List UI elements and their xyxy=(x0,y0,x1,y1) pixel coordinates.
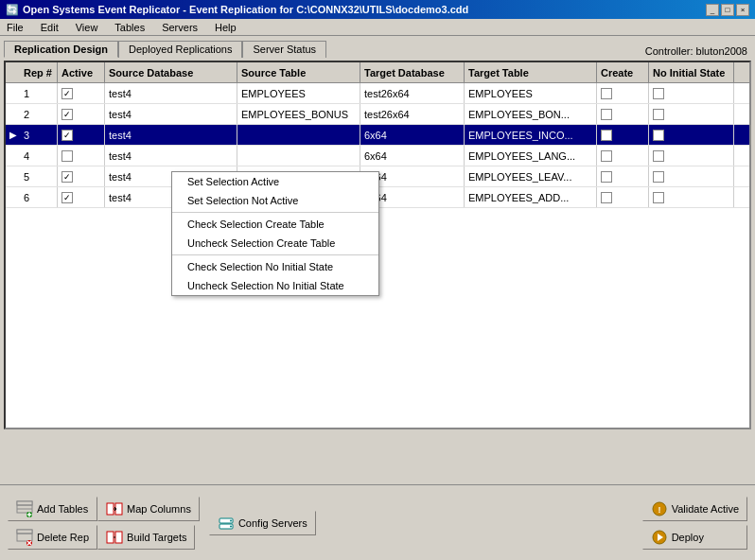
add-tables-icon xyxy=(16,500,33,517)
controller-value: bluton2008 xyxy=(696,45,747,57)
col-create-header: Create xyxy=(597,62,649,82)
context-item-set-active[interactable]: Set Selection Active xyxy=(172,172,378,191)
svg-rect-13 xyxy=(107,503,114,515)
svg-point-24 xyxy=(230,525,232,527)
svg-rect-14 xyxy=(115,503,122,515)
context-item-set-not-active[interactable]: Set Selection Not Active xyxy=(172,191,378,210)
menu-file[interactable]: File xyxy=(4,21,26,34)
add-tables-button[interactable]: Add Tables xyxy=(8,497,97,521)
validate-active-label: Validate Active xyxy=(672,503,739,515)
config-servers-button[interactable]: Config Servers xyxy=(209,511,316,535)
deploy-button[interactable]: Deploy xyxy=(642,525,747,550)
controller-label-text: Controller: xyxy=(645,45,694,57)
map-columns-icon xyxy=(106,500,123,517)
col-rep-header: Rep # xyxy=(20,62,58,82)
table-header: Rep # Active Source Database Source Tabl… xyxy=(6,62,749,83)
config-servers-label: Config Servers xyxy=(238,517,307,529)
menu-help[interactable]: Help xyxy=(212,21,239,34)
context-item-uncheck-create[interactable]: Uncheck Selection Create Table xyxy=(172,234,378,253)
build-targets-label: Build Targets xyxy=(127,532,186,543)
svg-rect-18 xyxy=(107,532,114,543)
build-targets-button[interactable]: Build Targets xyxy=(97,525,195,550)
title-bar: 🔄 Open Systems Event Replicator - Event … xyxy=(0,0,755,19)
app-icon: 🔄 xyxy=(6,4,19,16)
menu-servers[interactable]: Servers xyxy=(159,21,201,34)
controller-info: Controller: bluton2008 xyxy=(645,45,747,57)
tab-group: Replication Design Deployed Replications… xyxy=(4,40,326,57)
delete-rep-button[interactable]: Delete Rep xyxy=(8,525,97,550)
main-panel: Rep # Active Source Database Source Tabl… xyxy=(4,61,751,429)
context-item-check-create[interactable]: Check Selection Create Table xyxy=(172,215,378,234)
tab-replication-design[interactable]: Replication Design xyxy=(4,41,118,58)
context-item-check-no-init[interactable]: Check Selection No Initial State xyxy=(172,257,378,276)
col-src-db-header: Source Database xyxy=(105,62,237,82)
col-active-header: Active xyxy=(58,62,105,82)
context-menu: Set Selection Active Set Selection Not A… xyxy=(171,171,379,296)
menu-tables[interactable]: Tables xyxy=(112,21,148,34)
col-tgt-table-header: Target Table xyxy=(465,62,597,82)
build-targets-icon xyxy=(106,529,123,546)
deploy-icon xyxy=(651,529,668,546)
menu-view[interactable]: View xyxy=(73,21,101,34)
tab-server-status[interactable]: Server Status xyxy=(242,41,326,58)
table-row[interactable]: 4 test4 6x64 EMPLOYEES_LANG... xyxy=(6,146,749,166)
maximize-button[interactable]: □ xyxy=(721,4,734,16)
svg-point-22 xyxy=(230,519,232,521)
col-src-table-header: Source Table xyxy=(237,62,360,82)
add-tables-label: Add Tables xyxy=(37,503,88,515)
col-tgt-db-header: Target Database xyxy=(360,62,465,82)
menu-bar: File Edit View Tables Servers Help xyxy=(0,19,755,36)
close-button[interactable]: × xyxy=(736,4,749,16)
map-columns-button[interactable]: Map Columns xyxy=(97,497,200,521)
minimize-button[interactable]: _ xyxy=(706,4,719,16)
bottom-bar: Add Tables Delete Rep xyxy=(0,484,755,560)
validate-active-button[interactable]: ! Validate Active xyxy=(642,497,747,521)
validate-active-icon: ! xyxy=(651,500,668,517)
svg-text:!: ! xyxy=(658,505,660,515)
svg-rect-1 xyxy=(17,501,32,505)
delete-rep-label: Delete Rep xyxy=(37,532,89,543)
table-row[interactable]: ▶ 3 test4 6x64 EMPLOYEES_INCO... xyxy=(6,125,749,146)
context-item-uncheck-no-init[interactable]: Uncheck Selection No Initial State xyxy=(172,276,378,295)
col-no-init-header: No Initial State xyxy=(649,62,734,82)
table-row[interactable]: 2 test4 EMPLOYEES_BONUS test26x64 EMPLOY… xyxy=(6,104,749,125)
delete-rep-icon xyxy=(16,529,33,546)
deploy-label: Deploy xyxy=(672,532,704,543)
title-text: Open Systems Event Replicator - Event Re… xyxy=(23,4,468,15)
svg-rect-19 xyxy=(115,532,122,543)
map-columns-label: Map Columns xyxy=(127,503,191,515)
svg-rect-8 xyxy=(17,530,32,534)
menu-edit[interactable]: Edit xyxy=(38,21,61,34)
config-servers-icon xyxy=(218,515,235,532)
table-row[interactable]: 1 test4 EMPLOYEES test26x64 EMPLOYEES xyxy=(6,83,749,104)
tab-deployed-replications[interactable]: Deployed Replications xyxy=(118,41,242,58)
